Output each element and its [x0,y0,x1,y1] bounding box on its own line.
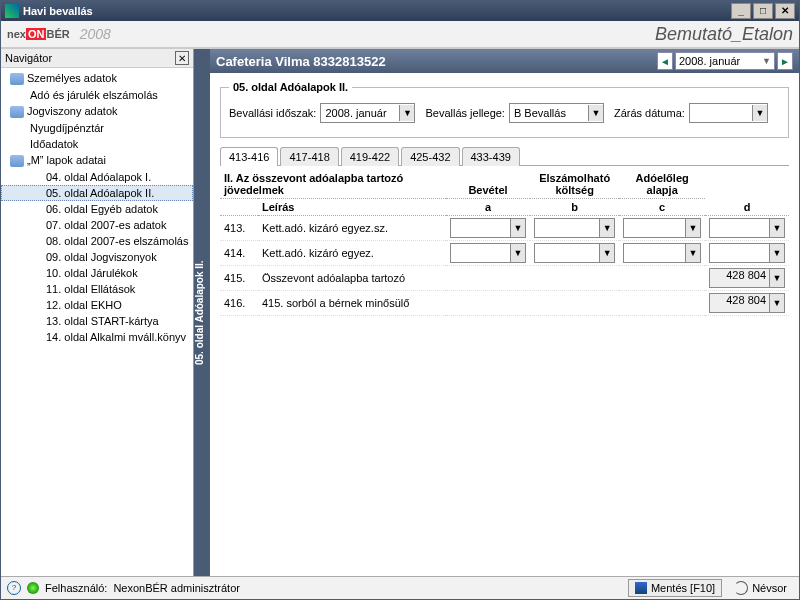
brand-year: 2008 [80,26,111,42]
col-koltseg-header: Elszámolható költség [530,170,619,199]
tree-item-label: 05. oldal Adóalapok II. [46,187,154,199]
tree-item[interactable]: „M” lapok adatai [1,152,193,169]
tree-item-label: 12. oldal EKHO [46,299,122,311]
value-combo[interactable]: ▼ [534,243,615,263]
period-prev-button[interactable]: ◄ [657,52,673,70]
chevron-down-icon: ▼ [399,105,414,121]
page-legend: 05. oldal Adóalapok II. [229,81,352,93]
user-label: Felhasználó: [45,582,107,594]
folder-icon [10,106,24,118]
statusbar: ? Felhasználó: NexonBÉR adminisztrátor M… [1,576,799,599]
bevallas-jellege-combo[interactable]: B Bevallás ▼ [509,103,604,123]
col-a-letter: a [446,199,530,216]
minimize-button[interactable]: _ [731,3,751,19]
row-number: 413. [220,216,258,241]
row-desc: Összevont adóalapba tartozó [258,266,446,291]
value-combo[interactable]: ▼ [709,218,785,238]
tree-item-label: Nyugdíjpénztár [30,122,104,134]
tree-item[interactable]: 12. oldal EKHO [1,297,193,313]
col-group-header: II. Az összevont adóalapba tartozó jöved… [220,170,446,199]
tree-item-label: 13. oldal START-kártya [46,315,159,327]
record-title: Cafeteria Vilma 8332813522 [216,54,386,69]
col-adoeloleg-header: Adóelőleg alapja [619,170,705,199]
value-combo[interactable]: ▼ [623,243,701,263]
bevallasi-idoszak-label: Bevallási időszak: [229,107,316,119]
tree-item[interactable]: 10. oldal Járulékok [1,265,193,281]
tree-item-label: 06. oldal Egyéb adatok [46,203,158,215]
tree-item-label: „M” lapok adatai [27,154,106,166]
tree-item-label: 14. oldal Alkalmi mváll.könyv [46,331,186,343]
tree-item[interactable]: 08. oldal 2007-es elszámolás [1,233,193,249]
col-leiras-header: Leírás [258,199,446,216]
period-next-button[interactable]: ► [777,52,793,70]
tree-item[interactable]: 09. oldal Jogviszonyok [1,249,193,265]
tree-item[interactable]: Adó és járulék elszámolás [1,87,193,103]
range-tab[interactable]: 433-439 [462,147,520,166]
range-tab[interactable]: 413-416 [220,147,278,166]
chevron-down-icon: ▼ [685,219,700,237]
tree-item[interactable]: Személyes adatok [1,70,193,87]
help-icon[interactable]: ? [7,581,21,595]
tree-item[interactable]: 06. oldal Egyéb adatok [1,201,193,217]
app-icon [5,4,19,18]
col-b-letter: b [530,199,619,216]
tree-item-label: 07. oldal 2007-es adatok [46,219,166,231]
chevron-down-icon: ▼ [769,269,784,287]
chevron-down-icon: ▼ [769,294,784,312]
tree-item[interactable]: 13. oldal START-kártya [1,313,193,329]
value-combo[interactable]: ▼ [450,218,526,238]
range-tab[interactable]: 425-432 [401,147,459,166]
close-button[interactable]: ✕ [775,3,795,19]
maximize-button[interactable]: □ [753,3,773,19]
col-bevetel-header: Bevétel [446,170,530,199]
refresh-icon [734,581,748,595]
zaras-datuma-combo[interactable]: ▼ [689,103,768,123]
menubar: nexONBÉR 2008 Bemutató_Etalon [1,21,799,48]
app-window: Havi bevallás _ □ ✕ nexONBÉR 2008 Bemuta… [0,0,800,600]
chevron-down-icon: ▼ [769,244,784,262]
row-desc: Kett.adó. kizáró egyez.sz. [258,216,446,241]
value-combo[interactable]: ▼ [623,218,701,238]
navigator-tree: Személyes adatokAdó és járulék elszámolá… [1,68,193,576]
chevron-down-icon: ▼ [752,105,767,121]
tree-item-label: 09. oldal Jogviszonyok [46,251,157,263]
value-combo[interactable]: ▼ [709,243,785,263]
value-combo[interactable]: ▼ [450,243,526,263]
tree-item-label: Adó és járulék elszámolás [30,89,158,101]
content-header: Cafeteria Vilma 8332813522 ◄ 2008. januá… [210,49,799,73]
range-tab[interactable]: 419-422 [341,147,399,166]
tree-item[interactable]: 11. oldal Ellátások [1,281,193,297]
tree-item-label: Időadatok [30,138,78,150]
range-tab[interactable]: 417-418 [280,147,338,166]
user-name: NexonBÉR adminisztrátor [113,582,240,594]
navigator-title: Navigátor [5,52,52,64]
navigator-close-icon[interactable]: ✕ [175,51,189,65]
page-group: 05. oldal Adóalapok II. Bevallási idősza… [220,81,789,138]
period-selector: ◄ 2008. január▼ ► [657,52,793,70]
save-button[interactable]: Mentés [F10] [628,579,722,597]
tree-item[interactable]: Jogviszony adatok [1,103,193,120]
value-combo[interactable]: ▼ [534,218,615,238]
zaras-datuma-label: Zárás dátuma: [614,107,685,119]
chevron-down-icon: ▼ [510,219,525,237]
titlebar: Havi bevallás _ □ ✕ [1,1,799,21]
tree-item[interactable]: Nyugdíjpénztár [1,120,193,136]
chevron-down-icon: ▼ [685,244,700,262]
row-desc: Kett.adó. kizáró egyez. [258,241,446,266]
period-value[interactable]: 2008. január▼ [675,52,775,70]
bevallas-jellege-label: Bevallás jellege: [425,107,505,119]
navigator-header: Navigátor ✕ [1,49,193,68]
nevsor-button[interactable]: Névsor [728,579,793,597]
tree-item[interactable]: 04. oldal Adóalapok I. [1,169,193,185]
value-combo: 428 804▼ [709,293,785,313]
side-tab[interactable]: 05. oldal Adóalapok II. [194,49,210,576]
tree-item[interactable]: 14. oldal Alkalmi mváll.könyv [1,329,193,345]
tree-item-label: 04. oldal Adóalapok I. [46,171,151,183]
tree-item[interactable]: Időadatok [1,136,193,152]
tree-item[interactable]: 05. oldal Adóalapok II. [1,185,193,201]
col-c-letter: c [619,199,705,216]
tree-item[interactable]: 07. oldal 2007-es adatok [1,217,193,233]
bevallasi-idoszak-combo[interactable]: 2008. január ▼ [320,103,415,123]
table-row: 416.415. sorból a bérnek minősülő428 804… [220,291,789,316]
user-icon [27,582,39,594]
